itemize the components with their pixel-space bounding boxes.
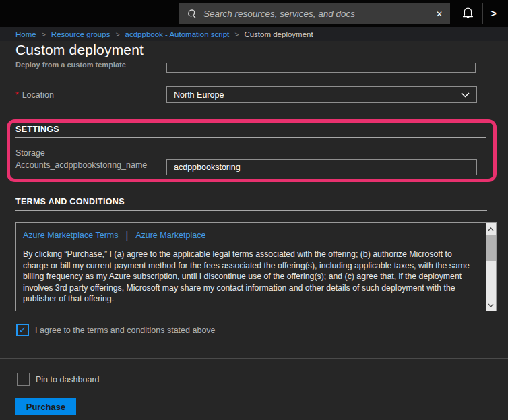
footer-divider [0, 358, 508, 359]
location-value: North Europe [174, 90, 224, 100]
custom-deployment-page: ✕ >_ Home > Resource groups > acdppbook … [0, 0, 508, 420]
scrollbar-thumb[interactable] [486, 235, 496, 261]
settings-divider [15, 137, 486, 138]
notifications-bell-icon[interactable] [457, 4, 478, 24]
global-search[interactable]: ✕ [179, 3, 450, 24]
scroll-down-icon[interactable] [486, 300, 496, 310]
location-dropdown[interactable]: North Europe [166, 86, 477, 103]
cloud-shell-icon[interactable]: >_ [486, 4, 507, 24]
chevron-right-icon: > [42, 30, 46, 38]
chevron-down-icon [461, 90, 470, 100]
topbar-divider [482, 3, 483, 24]
chevron-right-icon: > [234, 30, 239, 38]
terms-divider [15, 210, 487, 211]
breadcrumb: Home > Resource groups > acdppbook - Aut… [0, 27, 508, 41]
required-asterisk: * [15, 90, 19, 100]
storage-account-label: Storage Accounts_acdppbookstoring_name [15, 147, 147, 171]
terms-box: Azure Marketplace Terms | Azure Marketpl… [15, 222, 497, 311]
terms-content: Azure Marketplace Terms | Azure Marketpl… [16, 223, 485, 311]
location-label: *Location [15, 90, 54, 100]
agree-checkbox[interactable]: ✓ [16, 324, 29, 336]
terms-section-title: TERMS AND CONDITIONS [15, 197, 125, 206]
agree-label: I agree to the terms and conditions stat… [35, 326, 216, 335]
azure-marketplace-terms-link[interactable]: Azure Marketplace Terms [23, 231, 119, 240]
scroll-up-icon[interactable] [486, 224, 496, 234]
purchase-button[interactable]: Purchase [15, 398, 76, 415]
search-icon [186, 9, 198, 20]
top-bar: ✕ >_ [0, 0, 508, 27]
page-title: Custom deployment [15, 42, 144, 58]
breadcrumb-current: Custom deployment [244, 30, 313, 38]
chevron-right-icon: > [115, 30, 119, 38]
storage-account-input[interactable] [166, 159, 477, 175]
pin-to-dashboard-checkbox[interactable] [17, 373, 30, 386]
page-subtitle: Deploy from a custom template [15, 61, 126, 69]
link-separator: | [126, 230, 129, 241]
breadcrumb-resource-groups[interactable]: Resource groups [51, 30, 110, 38]
agree-row: ✓ I agree to the terms and conditions st… [16, 324, 216, 336]
clear-search-icon[interactable]: ✕ [428, 3, 450, 24]
breadcrumb-automation-script[interactable]: acdppbook - Automation script [125, 30, 230, 38]
breadcrumb-home[interactable]: Home [15, 30, 36, 38]
terms-legal-text: By clicking “Purchase,” I (a) agree to t… [23, 249, 478, 305]
settings-section-title: SETTINGS [15, 125, 59, 134]
search-input[interactable] [197, 3, 428, 25]
pin-to-dashboard-label: Pin to dashboard [36, 375, 100, 384]
terms-scrollbar[interactable] [486, 223, 496, 311]
pin-row: Pin to dashboard [17, 373, 100, 386]
azure-marketplace-link[interactable]: Azure Marketplace [135, 231, 205, 240]
clipped-field[interactable] [166, 63, 476, 73]
